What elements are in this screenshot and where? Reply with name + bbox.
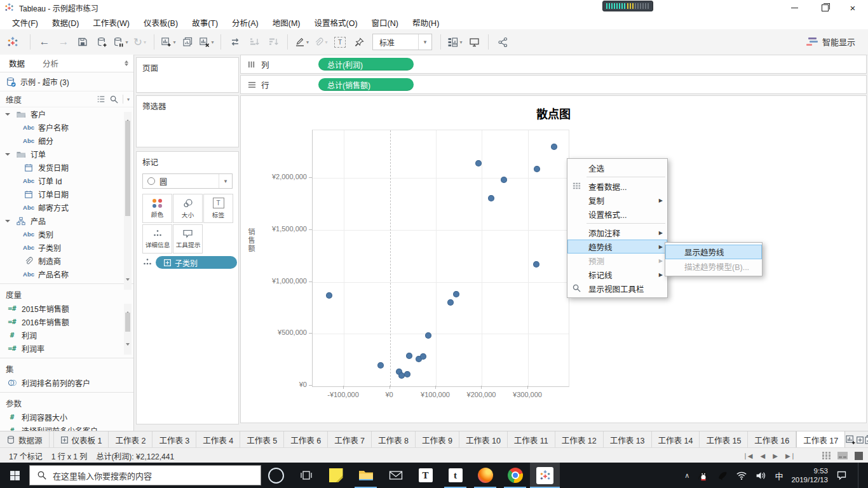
context-menu-item[interactable]: 显示视图工具栏	[567, 281, 667, 295]
measure-field[interactable]: =#2016年销售额	[0, 315, 133, 329]
marks-button-1[interactable]: 颜色	[142, 194, 172, 223]
sticky-notes-taskbar-icon[interactable]	[321, 463, 351, 488]
restore-button[interactable]	[812, 0, 837, 15]
dimension-field[interactable]: 订单	[0, 147, 133, 161]
new-worksheet-button[interactable]: ▾	[159, 32, 177, 51]
mark-type-dropdown[interactable]: 圆 ▾	[142, 173, 233, 189]
new-story-tab[interactable]	[864, 431, 868, 448]
sheet-tab[interactable]: 工作表 15	[700, 431, 748, 448]
marks-button-3[interactable]: T标签	[203, 194, 233, 223]
dimension-field[interactable]: Abc客户名称	[0, 121, 133, 134]
scatter-point[interactable]	[488, 195, 494, 201]
measures-scrollbar[interactable]	[124, 304, 132, 355]
measure-field[interactable]: #利润	[0, 329, 133, 342]
first-sheet-button[interactable]: ❘◀	[742, 452, 752, 459]
sheet-tab[interactable]: 工作表 16	[748, 431, 796, 448]
sheet-tab[interactable]: 工作表 7	[328, 431, 372, 448]
sheet-tab[interactable]: 工作表 2	[109, 431, 153, 448]
context-menu-item[interactable]: 查看数据...	[567, 179, 667, 193]
add-datasource-button[interactable]	[93, 32, 111, 51]
presentation-mode-button[interactable]	[465, 32, 483, 51]
columns-shelf[interactable]: 列 总计(利润)	[240, 55, 867, 74]
measure-field[interactable]: =#利润率	[0, 342, 133, 355]
menubar-item[interactable]: 窗口(N)	[365, 15, 405, 30]
ime-indicator[interactable]: 中	[775, 470, 783, 482]
menubar-item[interactable]: 帮助(H)	[405, 15, 446, 30]
tableau-taskbar-icon[interactable]	[530, 463, 560, 488]
marks-button-5[interactable]: 工具提示	[173, 224, 203, 254]
scatter-point[interactable]	[453, 291, 459, 297]
list-view-icon[interactable]	[97, 95, 105, 104]
new-worksheet-tab[interactable]	[845, 431, 856, 448]
dimension-field[interactable]: Abc类别	[0, 227, 133, 241]
context-menu-item[interactable]: 复制▶	[567, 193, 667, 207]
marks-button-2[interactable]: 大小	[173, 194, 203, 223]
menubar-item[interactable]: 数据(D)	[45, 15, 86, 30]
scatter-point[interactable]	[425, 332, 431, 339]
sheet-tab[interactable]: 工作表 6	[284, 431, 328, 448]
dimension-field[interactable]: Abc订单 Id	[0, 174, 133, 187]
clock[interactable]: 9:53 2019/12/13	[791, 466, 828, 484]
dimension-field[interactable]: Abc邮寄方式	[0, 201, 133, 214]
last-sheet-button[interactable]: ▶❘	[785, 452, 796, 459]
sheet-tab[interactable]: 工作表 3	[153, 431, 196, 448]
tab-datasource[interactable]: 数据源	[0, 431, 50, 448]
qq-icon[interactable]	[698, 469, 709, 482]
chart-pane[interactable]	[312, 130, 569, 387]
filters-shelf[interactable]: 筛选器	[136, 95, 239, 147]
taskbar-search-input[interactable]: 在这里输入你要搜索的内容	[29, 465, 261, 485]
measure-pill[interactable]: 总计(销售额)	[318, 78, 414, 91]
measure-pill[interactable]: 总计(利润)	[318, 58, 414, 71]
scatter-point[interactable]	[404, 371, 410, 377]
next-sheet-button[interactable]: ▶	[773, 452, 778, 459]
menubar-item[interactable]: 分析(A)	[225, 15, 266, 30]
marks-button-4[interactable]: 详细信息	[142, 224, 172, 254]
sheet-tab[interactable]: 工作表 10	[459, 431, 508, 448]
submenu-item[interactable]: 显示趋势线	[665, 245, 762, 259]
new-dashboard-tab[interactable]	[856, 431, 864, 448]
cortana-taskbar-icon[interactable]	[261, 463, 291, 488]
dimension-field[interactable]: 制造商	[0, 254, 133, 268]
start-button[interactable]	[0, 463, 29, 488]
dimension-field[interactable]: 订单日期	[0, 187, 133, 201]
parameter-field[interactable]: #利润容器大小	[0, 410, 133, 424]
dimension-field[interactable]: Abc细分	[0, 134, 133, 147]
mail-taskbar-icon[interactable]	[381, 463, 410, 488]
show-tabs-icon[interactable]	[822, 452, 831, 460]
text-label-button[interactable]: T	[331, 32, 349, 51]
previous-sheet-button[interactable]: ◀	[761, 452, 766, 459]
dimensions-scrollbar[interactable]	[124, 112, 132, 290]
swap-rows-columns-button[interactable]	[226, 32, 244, 51]
filmstrip-view-icon[interactable]	[837, 452, 848, 459]
dimension-field[interactable]: 客户	[0, 107, 133, 121]
tray-expand-icon[interactable]: ∧	[684, 471, 689, 480]
sheet-tab[interactable]: 工作表 14	[652, 431, 700, 448]
share-button[interactable]	[494, 32, 512, 51]
scatter-point[interactable]	[551, 144, 557, 150]
show-desktop-button[interactable]	[858, 463, 862, 488]
scatter-point[interactable]	[406, 353, 412, 359]
action-center-icon[interactable]	[836, 470, 847, 480]
menubar-item[interactable]: 地图(M)	[266, 15, 308, 30]
rows-shelf[interactable]: 行 总计(销售额)	[240, 75, 867, 94]
sheet-tab[interactable]: 仪表板 1	[54, 431, 109, 448]
scatter-point[interactable]	[447, 299, 454, 306]
scatter-point[interactable]	[533, 261, 539, 268]
sheet-tab[interactable]: 工作表 4	[196, 431, 240, 448]
tree-caret-icon[interactable]	[5, 153, 10, 156]
dimension-field[interactable]: Abc子类别	[0, 241, 133, 254]
sheet-tab[interactable]: 工作表 8	[372, 431, 416, 448]
clear-sheet-button[interactable]: ▾	[198, 32, 215, 51]
set-field[interactable]: 利润排名前列的客户	[0, 376, 133, 390]
search-icon[interactable]	[109, 95, 119, 104]
pane-collapse-icon[interactable]	[125, 60, 128, 66]
tableau-logo-button[interactable]	[4, 32, 22, 51]
close-button[interactable]: ×	[840, 0, 865, 15]
dimension-field[interactable]: 发货日期	[0, 161, 133, 174]
highlight-button[interactable]: ▾	[293, 32, 311, 51]
pane-menu-caret-icon[interactable]: ▾	[127, 97, 130, 102]
menubar-item[interactable]: 工作表(W)	[86, 15, 137, 30]
pause-updates-button[interactable]: ▾	[112, 32, 130, 51]
tray-app-icon[interactable]	[717, 470, 728, 480]
letter-t-app-taskbar-icon[interactable]: T	[410, 463, 440, 488]
